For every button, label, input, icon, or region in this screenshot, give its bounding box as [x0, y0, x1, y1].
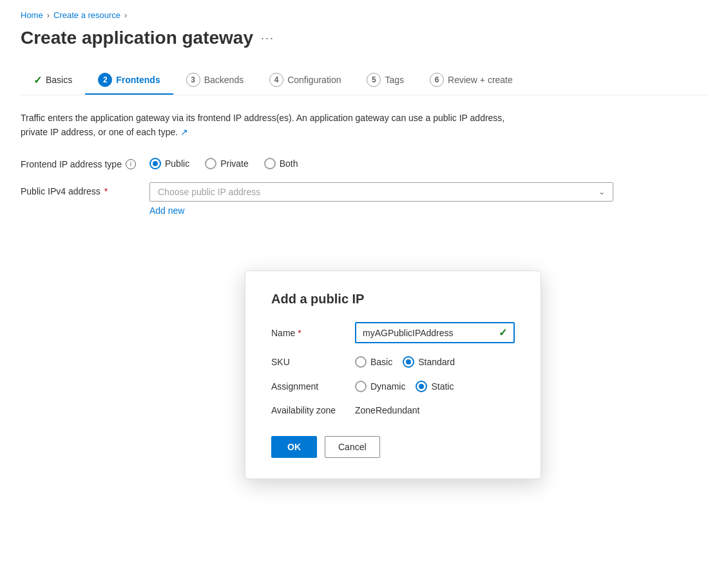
- description-link[interactable]: ↗: [180, 127, 188, 137]
- section-description: Traffic enters the application gateway v…: [21, 111, 523, 140]
- review-create-step-circle: 6: [430, 73, 444, 87]
- breadcrumb-create-resource[interactable]: Create a resource: [53, 10, 120, 20]
- tab-basics[interactable]: ✓ Basics: [21, 68, 85, 94]
- tab-configuration-label: Configuration: [287, 75, 341, 85]
- tab-bar: ✓ Basics 2 Frontends 3 Backends 4 Config…: [21, 66, 707, 95]
- basics-check-icon: ✓: [34, 74, 42, 86]
- tab-frontends-label: Frontends: [116, 75, 160, 85]
- breadcrumb: Home › Create a resource ›: [21, 10, 707, 20]
- chevron-down-icon: ⌄: [599, 187, 605, 196]
- page-title: Create application gateway: [21, 28, 253, 48]
- backends-step-circle: 3: [186, 73, 200, 87]
- radio-both[interactable]: Both: [264, 158, 298, 169]
- radio-public-circle: [149, 158, 161, 169]
- public-ipv4-label: Public IPv4 address *: [21, 182, 149, 196]
- radio-public[interactable]: Public: [149, 158, 189, 169]
- tab-backends-label: Backends: [204, 75, 244, 85]
- radio-public-dot: [153, 161, 158, 166]
- public-ipv4-field: Public IPv4 address * Choose public IP a…: [21, 182, 707, 216]
- frontend-ip-label: Frontend IP address type i: [21, 155, 149, 169]
- radio-private-circle: [205, 158, 216, 169]
- frontend-ip-field: Frontend IP address type i Public Privat…: [21, 155, 707, 169]
- add-new-link[interactable]: Add new: [149, 205, 184, 216]
- breadcrumb-sep2: ›: [124, 10, 127, 20]
- radio-both-label: Both: [280, 158, 298, 169]
- tags-step-circle: 5: [367, 73, 381, 87]
- public-ipv4-placeholder: Choose public IP address: [158, 187, 260, 197]
- breadcrumb-sep1: ›: [47, 10, 50, 20]
- radio-private[interactable]: Private: [205, 158, 249, 169]
- tab-review-create[interactable]: 6 Review + create: [417, 66, 526, 95]
- description-text: Traffic enters the application gateway v…: [21, 113, 504, 137]
- tab-tags[interactable]: 5 Tags: [354, 66, 417, 95]
- frontend-ip-radio-group: Public Private Both: [149, 155, 707, 169]
- radio-both-circle: [264, 158, 276, 169]
- radio-public-label: Public: [165, 158, 189, 169]
- configuration-step-circle: 4: [269, 73, 283, 87]
- public-ipv4-required-star: *: [104, 186, 108, 196]
- page-title-row: Create application gateway ···: [21, 28, 707, 48]
- breadcrumb-home[interactable]: Home: [21, 10, 43, 20]
- tab-basics-label: Basics: [46, 75, 72, 85]
- tab-frontends[interactable]: 2 Frontends: [85, 66, 173, 95]
- frontends-step-circle: 2: [98, 73, 112, 87]
- public-ipv4-dropdown[interactable]: Choose public IP address ⌄: [149, 182, 613, 202]
- tab-backends[interactable]: 3 Backends: [173, 66, 256, 95]
- tab-configuration[interactable]: 4 Configuration: [256, 66, 354, 95]
- tab-tags-label: Tags: [385, 75, 404, 85]
- more-options-icon[interactable]: ···: [261, 32, 274, 45]
- tab-review-create-label: Review + create: [448, 75, 513, 85]
- frontend-ip-info-icon[interactable]: i: [126, 159, 136, 169]
- radio-private-label: Private: [220, 158, 249, 169]
- public-ipv4-control: Choose public IP address ⌄ Add new: [149, 182, 707, 216]
- frontend-ip-control: Public Private Both: [149, 155, 707, 169]
